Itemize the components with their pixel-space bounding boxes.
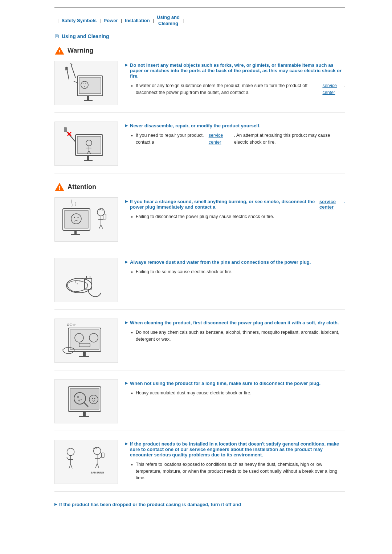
warning-block-1: Do not insert any metal objects such as … bbox=[54, 61, 345, 113]
svg-line-76 bbox=[70, 464, 72, 468]
bullet-item: Failing to do so may cause electric shoc… bbox=[131, 268, 345, 276]
svg-rect-4 bbox=[87, 96, 89, 100]
svg-point-70 bbox=[92, 398, 93, 399]
warning-text-1: Do not insert any metal objects such as … bbox=[125, 61, 345, 105]
attention-icon: ! bbox=[54, 182, 65, 192]
svg-text:SAMSUNG: SAMSUNG bbox=[90, 471, 104, 474]
svg-rect-54 bbox=[83, 352, 86, 356]
nav-sep-1: | bbox=[99, 18, 101, 23]
top-border bbox=[54, 7, 345, 8]
svg-line-75 bbox=[69, 464, 71, 468]
warning-bullets-1: If water or any foreign substance enters… bbox=[125, 82, 345, 96]
illustration-7: SAMSUNG AS bbox=[54, 440, 118, 484]
nav-sep-2: | bbox=[121, 18, 122, 23]
svg-rect-34 bbox=[71, 234, 80, 235]
page-wrapper: | Safety Symbols | Power | Installation … bbox=[33, 0, 359, 534]
warning-main-1: Do not insert any metal objects such as … bbox=[125, 62, 345, 79]
illustration-5: ✗①☆ bbox=[54, 319, 118, 363]
svg-line-82 bbox=[97, 463, 99, 468]
page-title-icon: 🖹 bbox=[54, 33, 60, 39]
attention-bullets-1: Failing to disconnect the power plug may… bbox=[125, 213, 345, 221]
svg-rect-46 bbox=[85, 278, 92, 289]
attention-text-4: When not using the product for a long ti… bbox=[125, 379, 345, 423]
attention-block-6: If the product has been dropped or the p… bbox=[54, 500, 345, 511]
svg-text:!: ! bbox=[59, 185, 61, 191]
nav-installation[interactable]: Installation bbox=[125, 18, 150, 23]
nav-sep-0: | bbox=[57, 18, 58, 23]
warning-title: Warning bbox=[68, 47, 93, 54]
attention-main-5: If the product needs to be installed in … bbox=[125, 441, 345, 457]
warning-section-header: ! Warning bbox=[54, 46, 345, 56]
service-center-link-2[interactable]: service center bbox=[209, 132, 231, 146]
svg-rect-5 bbox=[84, 100, 93, 101]
warning-icon: ! bbox=[54, 46, 65, 56]
svg-rect-19 bbox=[84, 160, 93, 161]
svg-point-66 bbox=[77, 396, 79, 398]
svg-point-71 bbox=[94, 398, 95, 399]
svg-line-81 bbox=[95, 463, 97, 468]
svg-marker-14 bbox=[70, 63, 73, 65]
svg-line-15 bbox=[74, 81, 78, 83]
attention-main-6: If the product has been dropped or the p… bbox=[54, 502, 345, 507]
svg-rect-32 bbox=[65, 210, 88, 228]
nav-sep-4: | bbox=[183, 18, 184, 23]
svg-rect-63 bbox=[79, 416, 89, 417]
page-title-text: Using and Cleaning bbox=[62, 33, 109, 39]
bullet-item: This refers to locations exposed to cond… bbox=[131, 461, 345, 481]
svg-rect-33 bbox=[74, 230, 77, 234]
bullet-item: Failing to disconnect the power plug may… bbox=[131, 213, 345, 221]
svg-point-50 bbox=[77, 283, 78, 284]
attention-block-3: ✗①☆ When cleaning the product, first dis… bbox=[54, 319, 345, 370]
attention-block-1: AS If you hear a strange sound, smell an… bbox=[54, 197, 345, 249]
attention-main-2: Always remove dust and water from the pi… bbox=[125, 259, 345, 265]
svg-line-41 bbox=[99, 225, 101, 229]
warning-main-2: Never disassemble, repair, or modify the… bbox=[125, 123, 345, 128]
service-center-link-1[interactable]: service center bbox=[322, 82, 340, 96]
illustration-2 bbox=[54, 122, 118, 166]
svg-rect-55 bbox=[79, 356, 89, 357]
svg-rect-62 bbox=[83, 411, 86, 416]
bullet-item: Heavy accumulated dust may cause electri… bbox=[131, 390, 345, 397]
service-center-link-3[interactable]: service center bbox=[319, 199, 341, 210]
page-title-container: 🖹 Using and Cleaning bbox=[54, 33, 345, 39]
warning-bullets-2: If you need to repair your product, cont… bbox=[125, 132, 345, 146]
nav-using-cleaning[interactable]: Using andCleaning bbox=[157, 15, 180, 27]
attention-block-5: SAMSUNG AS If the product needs to be in… bbox=[54, 440, 345, 492]
attention-bullets-2: Failing to do so may cause electric shoc… bbox=[125, 268, 345, 276]
warning-block-2: Never disassemble, repair, or modify the… bbox=[54, 122, 345, 173]
attention-section-header: ! Attention bbox=[54, 182, 345, 192]
svg-point-7 bbox=[83, 83, 84, 84]
svg-text:AS: AS bbox=[99, 208, 103, 211]
attention-bullets-5: This refers to locations exposed to cond… bbox=[125, 461, 345, 481]
svg-text:✗①☆: ✗①☆ bbox=[66, 323, 76, 327]
nav-power[interactable]: Power bbox=[104, 18, 118, 23]
nav-safety-symbols[interactable]: Safety Symbols bbox=[61, 18, 97, 23]
illustration-6 bbox=[54, 379, 118, 423]
svg-point-67 bbox=[81, 399, 82, 400]
svg-rect-18 bbox=[87, 156, 89, 160]
svg-point-68 bbox=[78, 399, 80, 401]
svg-point-37 bbox=[77, 217, 78, 218]
svg-text:!: ! bbox=[59, 49, 61, 54]
attention-section: ! Attention bbox=[54, 182, 345, 511]
illustration-4 bbox=[54, 258, 118, 302]
bullet-item: If water or any foreign substance enters… bbox=[131, 82, 345, 96]
attention-main-4: When not using the product for a long ti… bbox=[125, 381, 345, 386]
svg-point-49 bbox=[75, 281, 76, 283]
attention-main-3: When cleaning the product, first disconn… bbox=[125, 320, 345, 325]
svg-line-77 bbox=[66, 457, 68, 459]
svg-line-42 bbox=[101, 225, 103, 229]
warning-text-2: Never disassemble, repair, or modify the… bbox=[125, 122, 345, 166]
attention-text-2: Always remove dust and water from the pi… bbox=[125, 258, 345, 302]
bullet-item: If you need to repair your product, cont… bbox=[131, 132, 345, 146]
attention-bullets-3: Do not use any chemicals such as benzene… bbox=[125, 329, 345, 343]
svg-point-36 bbox=[74, 217, 75, 218]
svg-point-8 bbox=[85, 83, 86, 84]
attention-title: Attention bbox=[68, 183, 96, 191]
svg-rect-84 bbox=[101, 453, 104, 457]
attention-text-6: If the product has been dropped or the p… bbox=[54, 500, 345, 511]
bullet-item: Do not use any chemicals such as benzene… bbox=[131, 329, 345, 343]
attention-text-3: When cleaning the product, first disconn… bbox=[125, 319, 345, 363]
nav-bar: | Safety Symbols | Power | Installation … bbox=[54, 15, 345, 27]
attention-text-1: If you hear a strange sound, smell anyth… bbox=[125, 197, 345, 242]
